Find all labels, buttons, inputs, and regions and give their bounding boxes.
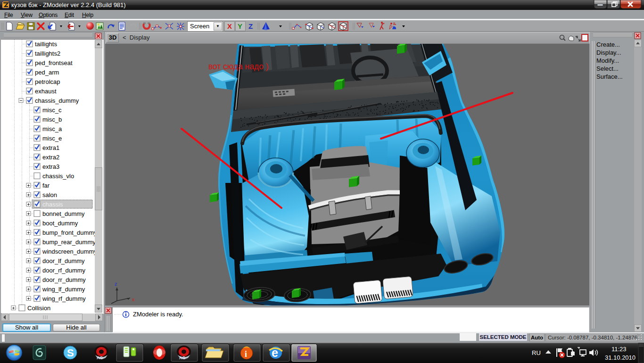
svg-text:11:23: 11:23	[611, 346, 627, 353]
svg-text:salon: salon	[42, 191, 57, 198]
svg-text:ZModeler is ready.: ZModeler is ready.	[133, 311, 183, 318]
svg-text:x: x	[132, 297, 135, 302]
svg-text:AG: AG	[179, 355, 186, 360]
svg-text:misc_b: misc_b	[42, 116, 62, 123]
svg-text:AG: AG	[97, 355, 103, 360]
svg-text:taillights: taillights	[35, 41, 57, 48]
svg-text:Surface...: Surface...	[596, 73, 623, 80]
svg-text:Display...: Display...	[596, 49, 621, 56]
svg-text:door_lf_dummy: door_lf_dummy	[42, 257, 85, 264]
svg-text:Modify...: Modify...	[596, 57, 619, 64]
svg-text:Collision: Collision	[27, 305, 50, 312]
svg-text:door_rf_dummy: door_rf_dummy	[42, 267, 86, 274]
svg-text:bump_front_dummy: bump_front_dummy	[42, 229, 97, 236]
svg-text:petrolcap: petrolcap	[35, 78, 60, 85]
svg-text:RU: RU	[532, 349, 541, 356]
svg-text:Y: Y	[238, 22, 242, 30]
svg-text:X: X	[227, 22, 232, 30]
svg-text:ped_frontseat: ped_frontseat	[35, 59, 73, 66]
svg-text:wing_rf_dummy: wing_rf_dummy	[42, 295, 86, 302]
svg-text:misc_c: misc_c	[42, 107, 62, 114]
svg-text:exhaust: exhaust	[35, 88, 57, 95]
svg-text:misc_e: misc_e	[42, 135, 62, 142]
svg-text:extra2: extra2	[42, 154, 59, 161]
svg-text:bump_rear_dummy: bump_rear_dummy	[42, 239, 96, 246]
svg-text:chassis_dummy: chassis_dummy	[35, 97, 79, 104]
svg-text:Select...: Select...	[596, 65, 619, 72]
svg-text:bonnet_dummy: bonnet_dummy	[42, 210, 85, 217]
svg-text:31.10.2010: 31.10.2010	[605, 354, 636, 361]
svg-text:S: S	[67, 347, 74, 359]
svg-text:boot_dummy: boot_dummy	[42, 220, 78, 227]
svg-text:i: i	[245, 349, 247, 359]
svg-text:Z: Z	[248, 22, 253, 30]
svg-text:chassis_vlo: chassis_vlo	[42, 173, 74, 180]
svg-text:wing_lf_dummy: wing_lf_dummy	[42, 286, 85, 293]
svg-text:misc_a: misc_a	[42, 125, 62, 132]
svg-text:door_rr_dummy: door_rr_dummy	[42, 276, 86, 283]
svg-text:z: z	[115, 281, 117, 287]
svg-text:windscreen_dummy: windscreen_dummy	[42, 248, 97, 255]
svg-text:chassis: chassis	[42, 201, 63, 208]
svg-text:far: far	[42, 182, 50, 189]
svg-text:taillights2: taillights2	[35, 50, 60, 57]
svg-text:ped_arm: ped_arm	[35, 69, 59, 76]
svg-text:Create...: Create...	[596, 41, 620, 48]
svg-text:вот сюда надо ): вот сюда надо )	[208, 62, 269, 71]
svg-text:extra3: extra3	[42, 163, 59, 170]
svg-text:extra1: extra1	[42, 144, 59, 151]
